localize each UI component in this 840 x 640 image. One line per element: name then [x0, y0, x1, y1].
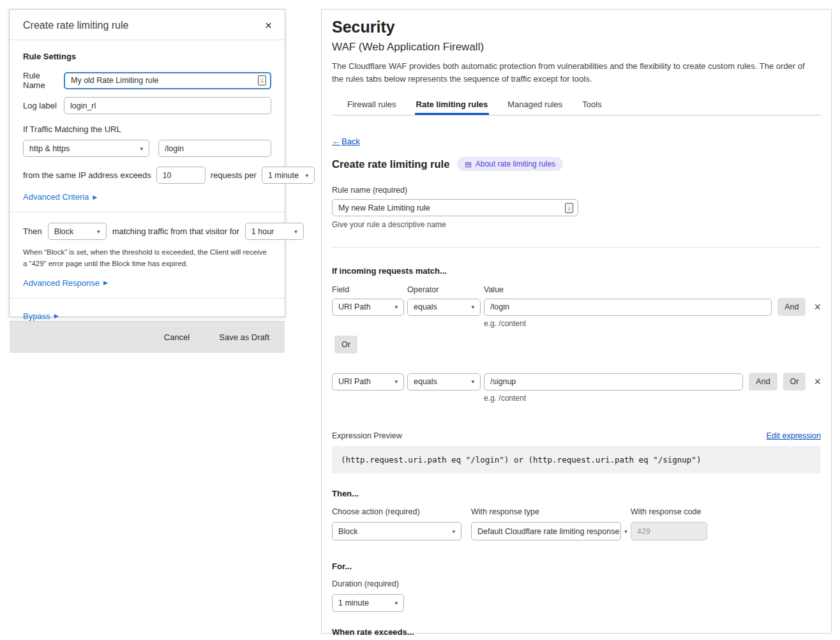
caret-down-icon: ▾ — [452, 528, 455, 535]
edit-expression-link[interactable]: Edit expression — [767, 431, 821, 440]
caret-down-icon: ▾ — [624, 528, 627, 535]
back-link[interactable]: ← Back — [332, 137, 360, 146]
action-select[interactable]: Block ▾ — [48, 223, 107, 240]
condition-column-labels: Field Operator Value — [332, 285, 821, 294]
and-button[interactable]: And — [749, 373, 777, 391]
advanced-response-label: Advanced Response — [23, 278, 100, 288]
value-input[interactable] — [484, 299, 772, 316]
caret-down-icon: ▾ — [471, 378, 474, 385]
rule-name-block: Rule name (required) ↓ Give your rule a … — [332, 186, 821, 229]
or-button[interactable]: Or — [783, 373, 806, 391]
tab-managed-rules[interactable]: Managed rules — [506, 96, 564, 115]
period-select-value: 1 minute — [268, 171, 299, 180]
advanced-criteria-link[interactable]: Advanced Criteria ▶ — [23, 192, 97, 202]
cancel-button[interactable]: Cancel — [164, 332, 190, 342]
url-input[interactable] — [158, 140, 271, 157]
then-text: matching traffic from that visitor for — [112, 227, 239, 236]
field-select[interactable]: URI Path ▾ — [332, 373, 404, 391]
remove-condition-icon[interactable]: × — [814, 301, 821, 313]
bypass-label: Bypass — [23, 311, 50, 321]
waf-subtitle: WAF (Web Application Firewall) — [332, 41, 821, 54]
rule-name-input[interactable] — [64, 72, 271, 89]
caret-down-icon: ▾ — [394, 378, 398, 385]
scheme-select[interactable]: http & https ▾ — [23, 140, 149, 157]
close-icon[interactable]: × — [265, 19, 272, 31]
remove-condition-icon[interactable]: × — [814, 376, 821, 387]
operator-select[interactable]: equals ▾ — [407, 373, 481, 391]
dialog-title: Create rate limiting rule — [23, 20, 128, 31]
period-select[interactable]: 1 minute ▾ — [262, 167, 315, 184]
block-duration-select[interactable]: 1 hour ▾ — [245, 223, 304, 240]
rule-name-input[interactable] — [332, 199, 578, 216]
threshold-text-2: requests per — [211, 170, 257, 180]
duration-label: Duration (required) — [332, 579, 821, 588]
create-rule-heading: Create rate limiting rule — [332, 158, 449, 170]
log-label-row: Log label — [23, 97, 271, 114]
create-rate-limiting-rule-dialog: Create rate limiting rule × Rule Setting… — [9, 9, 285, 317]
log-label-input[interactable] — [64, 97, 271, 114]
save-as-draft-button[interactable]: Save as Draft — [219, 332, 269, 342]
block-note: When “Block” is set, when the threshold … — [23, 247, 269, 270]
field-select[interactable]: URI Path ▾ — [332, 299, 404, 316]
traffic-matching-heading: If Traffic Matching the URL — [23, 124, 271, 134]
then-row: Then Block ▾ matching traffic from that … — [23, 223, 271, 240]
caret-down-icon: ▾ — [140, 145, 143, 152]
condition-row: URI Path ▾ equals ▾ And Or × — [332, 373, 821, 391]
rule-name-label: Rule Name — [23, 71, 64, 90]
action-select-value: Block — [54, 227, 74, 236]
about-rate-limiting-badge[interactable]: ▤ About rate limiting rules — [457, 157, 563, 171]
bypass-link[interactable]: Bypass ▶ — [23, 311, 59, 321]
value-column-label: Value — [484, 285, 504, 294]
screen: Create rate limiting rule × Rule Setting… — [0, 0, 840, 640]
field-column-label: Field — [332, 285, 407, 294]
duration-select[interactable]: 1 minute ▾ — [332, 594, 404, 612]
log-label: Log label — [23, 101, 64, 110]
then-controls: Choose action (required) Block ▾ With re… — [332, 507, 821, 540]
divider — [332, 247, 821, 248]
tab-rate-limiting-rules[interactable]: Rate limiting rules — [415, 96, 490, 115]
caret-down-icon: ▾ — [97, 228, 100, 235]
requests-input[interactable] — [156, 167, 206, 184]
document-icon: ▤ — [465, 161, 471, 168]
rule-name-input-wrap: ↓ — [332, 199, 578, 216]
field-select-value: URI Path — [338, 302, 371, 311]
caret-right-icon: ▶ — [54, 313, 59, 319]
tab-firewall-rules[interactable]: Firewall rules — [346, 96, 398, 115]
caret-right-icon: ▶ — [103, 279, 108, 286]
expression-header: Expression Preview Edit expression — [332, 431, 821, 440]
match-heading: If incoming requests match... — [332, 266, 821, 276]
operator-select[interactable]: equals ▾ — [407, 299, 481, 316]
value-helper: e.g. /content — [484, 394, 821, 403]
autofill-icon[interactable]: ↓ — [565, 203, 573, 213]
then-heading: Then... — [332, 489, 821, 498]
threshold-text-1: from the same IP address exceeds — [23, 170, 151, 180]
rule-name-helper: Give your rule a descriptive name — [332, 220, 821, 229]
response-type-value: Default Cloudflare rate limiting respons… — [477, 527, 619, 536]
tab-tools[interactable]: Tools — [581, 96, 603, 115]
for-heading: For... — [332, 562, 821, 571]
value-input[interactable] — [484, 373, 743, 391]
choose-action-label: Choose action (required) — [332, 507, 461, 516]
choose-action-value: Block — [338, 527, 358, 536]
dialog-header: Create rate limiting rule × — [10, 10, 285, 40]
and-button[interactable]: And — [777, 298, 806, 316]
operator-select-value: equals — [414, 302, 437, 311]
response-type-column: With response type Default Cloudflare ra… — [471, 507, 621, 540]
caret-down-icon: ▾ — [394, 600, 398, 606]
url-input-wrap — [158, 140, 271, 157]
choose-action-select[interactable]: Block ▾ — [332, 522, 461, 540]
or-connector-button[interactable]: Or — [334, 336, 357, 353]
security-waf-panel: Security WAF (Web Application Firewall) … — [321, 9, 832, 634]
response-code-input — [631, 522, 707, 540]
threshold-row: from the same IP address exceeds request… — [23, 167, 271, 184]
url-match-row: http & https ▾ — [23, 140, 271, 157]
block-duration-value: 1 hour — [251, 227, 274, 236]
condition-row: URI Path ▾ equals ▾ And × — [332, 298, 821, 316]
choose-action-column: Choose action (required) Block ▾ — [332, 507, 461, 540]
caret-down-icon: ▾ — [471, 304, 474, 310]
autofill-icon[interactable]: ↓ — [258, 75, 266, 86]
advanced-response-link[interactable]: Advanced Response ▶ — [23, 278, 108, 288]
response-type-select[interactable]: Default Cloudflare rate limiting respons… — [471, 522, 621, 540]
operator-select-value: equals — [414, 377, 437, 386]
caret-right-icon: ▶ — [93, 194, 97, 200]
